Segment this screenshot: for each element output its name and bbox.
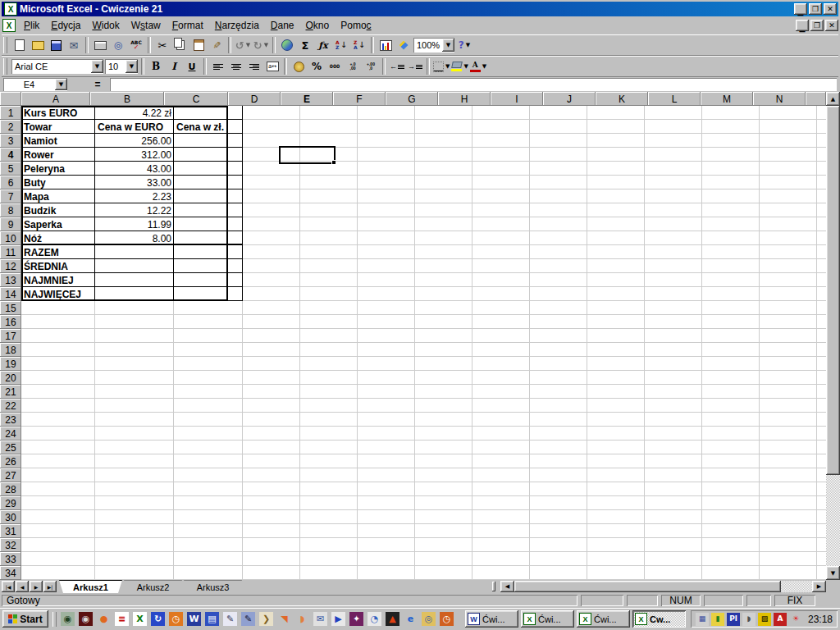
cell-B5[interactable]: 43.00 (95, 162, 174, 176)
vertical-scroll-thumb[interactable] (826, 106, 840, 475)
cell-E14[interactable] (300, 287, 358, 301)
cell-M1[interactable] (760, 106, 817, 120)
cell-J32[interactable] (587, 538, 645, 552)
cell-B14[interactable] (95, 287, 174, 301)
row-header-5[interactable]: 5 (0, 162, 21, 176)
cell-G22[interactable] (415, 399, 472, 413)
sign-tool-icon[interactable]: ✎ (223, 612, 237, 626)
cell-I26[interactable] (530, 454, 587, 468)
frontpage-icon[interactable]: ≡ (115, 612, 129, 626)
cell-M18[interactable] (760, 343, 817, 357)
cell-G26[interactable] (415, 454, 472, 468)
cell-D18[interactable] (243, 343, 300, 357)
row-header-6[interactable]: 6 (0, 176, 21, 189)
horizontal-scroll-track[interactable] (781, 581, 812, 592)
column-header-N[interactable]: N (753, 92, 806, 106)
cell-C16[interactable] (174, 315, 243, 329)
cell-F11[interactable] (358, 245, 415, 259)
cell-E16[interactable] (300, 315, 358, 329)
cell-K3[interactable] (645, 134, 702, 148)
menu-format[interactable]: Format (167, 18, 209, 33)
cell-G5[interactable] (415, 162, 472, 176)
cell-D17[interactable] (243, 329, 300, 343)
edit-formula-button[interactable]: = (90, 79, 105, 90)
chevron-down-icon[interactable]: ▼ (246, 42, 250, 48)
cell-A20[interactable] (21, 371, 95, 385)
currency-button[interactable] (290, 58, 308, 75)
cell-M26[interactable] (760, 454, 817, 468)
cell-L4[interactable] (702, 148, 760, 162)
menu-edycja[interactable]: Edycja (45, 18, 86, 33)
cell-B17[interactable] (95, 329, 174, 343)
cell-L17[interactable] (702, 329, 760, 343)
row-header-27[interactable]: 27 (0, 468, 21, 482)
cell-D11[interactable] (243, 245, 300, 259)
cell-H16[interactable] (472, 315, 530, 329)
sort-ascending-button[interactable]: AZ↓ (332, 37, 350, 53)
sheet-tab-arkusz1[interactable]: Arkusz1 (59, 580, 122, 593)
cell-K22[interactable] (645, 399, 702, 413)
cell-J25[interactable] (587, 441, 645, 454)
column-header-G[interactable]: G (386, 92, 438, 106)
cell-A11[interactable]: RAZEM (21, 245, 95, 259)
chart-wizard-button[interactable] (377, 37, 395, 53)
cell-L22[interactable] (702, 399, 760, 413)
cell-H21[interactable] (472, 385, 530, 399)
cell-C24[interactable] (174, 427, 243, 441)
cell-B22[interactable] (95, 399, 174, 413)
merge-center-button[interactable]: a↔ (263, 58, 281, 75)
ati-icon[interactable]: A (774, 613, 787, 626)
cell-G2[interactable] (415, 120, 472, 134)
paste-button[interactable] (189, 37, 208, 53)
cell-G12[interactable] (415, 259, 472, 273)
borders-button[interactable]: ▼ (432, 58, 450, 75)
cell-I28[interactable] (530, 482, 587, 496)
cell-J19[interactable] (587, 357, 645, 371)
cell-B16[interactable] (95, 315, 174, 329)
cell-G11[interactable] (415, 245, 472, 259)
cell-C13[interactable] (174, 273, 243, 287)
cell-D32[interactable] (243, 538, 300, 552)
image-viewer-icon[interactable]: ◉ (61, 612, 75, 626)
cell-A33[interactable] (21, 552, 95, 566)
cell-E28[interactable] (300, 482, 358, 496)
cell-J1[interactable] (587, 106, 645, 120)
cell-C15[interactable] (174, 301, 243, 315)
cell-B26[interactable] (95, 454, 174, 468)
cell-L20[interactable] (702, 371, 760, 385)
row-header-31[interactable]: 31 (0, 524, 21, 538)
cell-B27[interactable] (95, 468, 174, 482)
cell-L25[interactable] (702, 441, 760, 454)
cell-A22[interactable] (21, 399, 95, 413)
cell-C8[interactable] (174, 203, 243, 217)
column-header-J[interactable]: J (543, 92, 596, 106)
cell-J16[interactable] (587, 315, 645, 329)
cell-H18[interactable] (472, 343, 530, 357)
redo-button[interactable]: ↻▼ (252, 37, 270, 53)
cell-I14[interactable] (530, 287, 587, 301)
cell-K15[interactable] (645, 301, 702, 315)
cell-I17[interactable] (530, 329, 587, 343)
cell-A14[interactable]: NAJWIĘCEJ (21, 287, 95, 301)
fish-icon[interactable]: ◗ (295, 612, 309, 626)
cell-F33[interactable] (358, 552, 415, 566)
cell-G8[interactable] (415, 203, 472, 217)
cell-C20[interactable] (174, 371, 243, 385)
print-button[interactable] (91, 37, 109, 53)
cell-I2[interactable] (530, 120, 587, 134)
paste-function-button[interactable]: ƒx (314, 37, 332, 53)
cell-H14[interactable] (472, 287, 530, 301)
scroll-right-button[interactable]: ▶ (812, 581, 826, 592)
cell-M2[interactable] (760, 120, 817, 134)
cell-M30[interactable] (760, 510, 817, 524)
cell-H20[interactable] (472, 371, 530, 385)
cell-G27[interactable] (415, 468, 472, 482)
power-meter-icon[interactable]: ▨ (758, 613, 771, 626)
cell-D29[interactable] (243, 496, 300, 510)
cell-E30[interactable] (300, 510, 358, 524)
percent-button[interactable]: % (308, 58, 326, 75)
cell-K30[interactable] (645, 510, 702, 524)
cell-M21[interactable] (760, 385, 817, 399)
cell-A4[interactable]: Rower (21, 148, 95, 162)
cell-A19[interactable] (21, 357, 95, 371)
